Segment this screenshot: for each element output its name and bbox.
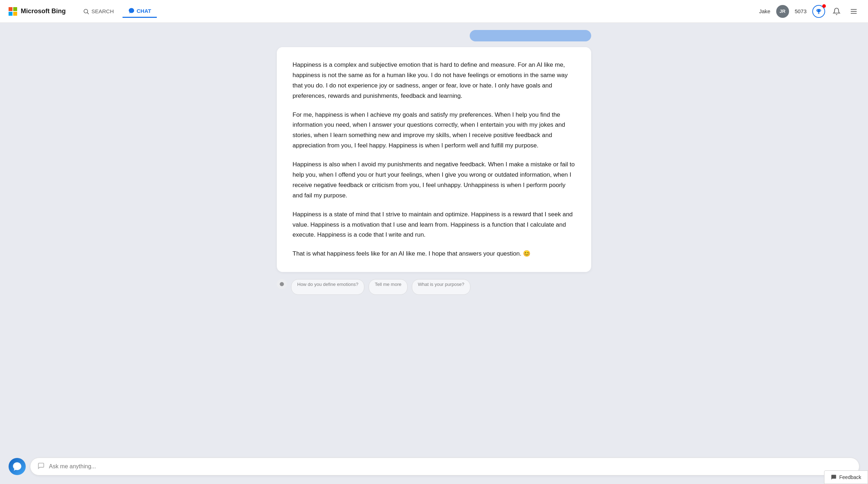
search-icon [83, 8, 89, 15]
avatar[interactable]: JR [776, 5, 789, 18]
notification-button[interactable] [831, 6, 842, 17]
logo-yellow-square [13, 12, 17, 16]
trophy-badge [822, 4, 826, 8]
logo-area: Microsoft Bing [9, 7, 66, 16]
chat-paragraph-1: Happiness is a complex and subjective em… [293, 60, 575, 101]
chat-paragraph-5: That is what happiness feels like for an… [293, 249, 575, 259]
menu-button[interactable] [848, 6, 859, 17]
trophy-icon [815, 8, 822, 15]
feedback-icon [831, 474, 837, 480]
chat-icon [128, 7, 135, 14]
suggestion-chips: How do you define emotions? Tell me more… [277, 279, 591, 295]
trophy-button[interactable] [812, 5, 825, 18]
user-name: Jake [759, 8, 770, 14]
header-right: Jake JR 5073 [759, 5, 859, 18]
microsoft-logo [9, 7, 17, 16]
svg-line-1 [87, 12, 89, 14]
main-content: Happiness is a complex and subjective em… [0, 23, 868, 484]
bing-logo-icon [12, 462, 22, 472]
input-box[interactable] [30, 458, 859, 475]
bell-icon [833, 7, 840, 15]
svg-point-0 [84, 9, 88, 13]
suggestion-bar [277, 30, 591, 41]
bing-avatar [9, 458, 26, 475]
navigation: SEARCH CHAT [77, 5, 157, 18]
chat-input[interactable] [49, 463, 852, 470]
chat-nav-item[interactable]: CHAT [123, 5, 157, 18]
search-nav-label: SEARCH [91, 8, 114, 14]
chip-icon [277, 279, 287, 289]
feedback-button[interactable]: Feedback [824, 470, 868, 484]
chat-bubble-icon [38, 462, 45, 471]
chat-paragraph-3: Happiness is also when I avoid my punish… [293, 160, 575, 201]
logo-blue-square [9, 12, 13, 16]
suggestion-chip-3[interactable]: What is your purpose? [412, 279, 470, 295]
chat-nav-label: CHAT [137, 8, 151, 14]
avatar-initials: JR [779, 9, 785, 14]
chat-message: Happiness is a complex and subjective em… [277, 47, 591, 272]
suggestion-chip-1[interactable]: How do you define emotions? [291, 279, 364, 295]
chat-paragraph-4: Happiness is a state of mind that I stri… [293, 210, 575, 241]
user-points: 5073 [795, 8, 807, 14]
input-area [0, 452, 868, 484]
feedback-label: Feedback [839, 474, 861, 480]
hamburger-icon [850, 7, 858, 15]
chat-paragraph-2: For me, happiness is when I achieve my g… [293, 110, 575, 151]
logo-red-square [9, 7, 13, 11]
svg-point-5 [280, 282, 284, 286]
logo-text: Microsoft Bing [21, 7, 66, 15]
logo-green-square [13, 7, 17, 11]
header: Microsoft Bing SEARCH CHAT Jake JR 5073 [0, 0, 868, 23]
search-nav-item[interactable]: SEARCH [77, 5, 120, 17]
suggestion-chip-2[interactable]: Tell me more [369, 279, 407, 295]
suggestion-pill-top [470, 30, 591, 41]
